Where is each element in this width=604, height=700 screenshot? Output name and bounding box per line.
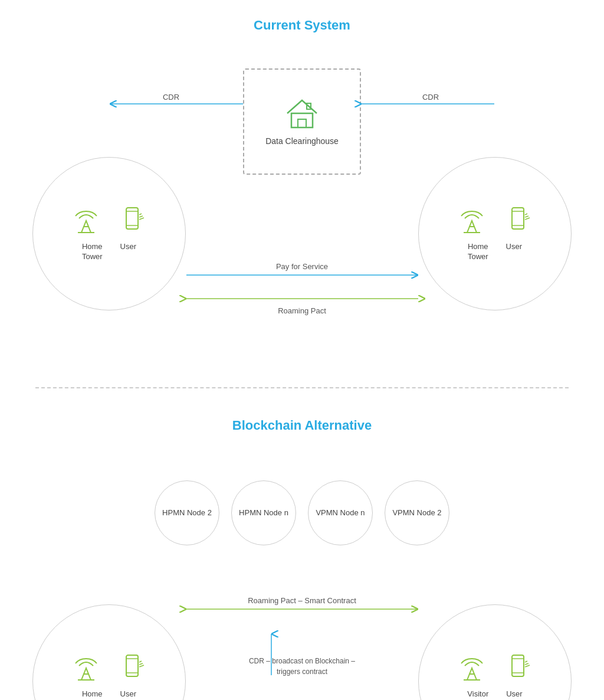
right-circle-labels: HomeTower User [468,242,522,262]
clearinghouse-label: Data Clearinghouse [265,136,339,148]
svg-line-13 [139,214,142,215]
current-system-title: Current System [0,18,604,33]
blockchain-title: Blockchain Alternative [0,418,604,433]
right-tower-label: HomeTower [468,242,488,262]
bc-tower-icon-left [72,653,100,683]
section-divider [35,387,569,388]
svg-line-14 [139,216,143,217]
cdr-left-label: CDR [163,93,179,102]
bc-roaming-label: Roaming Pact – Smart Contract [248,596,356,605]
bc-right-labels: VisitorTower User [467,689,522,700]
bc-left-user-label: User [120,689,136,699]
right-circle-icons [458,205,532,236]
svg-line-15 [139,218,144,220]
svg-rect-4 [291,113,313,127]
node-vpmn2: VPMN Node 2 [385,480,449,545]
left-circle-icons [72,205,146,236]
bc-right-network-circle: VisitorTower User [418,604,572,700]
svg-line-44 [525,663,528,665]
blockchain-section: Blockchain Alternative Roaming Pac [0,400,604,700]
node-hpmnn: HPMN Node n [231,480,296,545]
clearinghouse-box: Data Clearinghouse [243,68,361,175]
svg-line-36 [139,665,144,667]
node-vpmnn: VPMN Node n [308,480,373,545]
house-icon [284,96,320,131]
bc-right-user-label: User [506,689,522,699]
bc-left-labels: HomeTower User [82,689,136,700]
nodes-row: HPMN Node 2 HPMN Node n VPMN Node n VPMN… [155,480,449,545]
svg-line-45 [525,665,530,667]
bc-phone-icon-right [504,653,532,683]
left-circle-labels: HomeTower User [82,242,136,262]
tower-icon-left [72,205,100,236]
svg-rect-5 [298,119,306,127]
bc-phone-icon-left [118,653,146,683]
bc-right-icons [458,653,532,683]
bc-cdr-label2: triggers contract [277,668,328,676]
roaming-pact-label: Roaming Pact [278,306,326,315]
svg-line-24 [525,218,530,220]
node-hpmn2: HPMN Node 2 [155,480,219,545]
current-system-diagram: CDR CDR Pay for Service Roaming Pact [0,51,604,358]
phone-icon-left [118,205,146,236]
cdr-right-label: CDR [422,93,439,102]
bc-left-icons [72,653,146,683]
svg-line-22 [525,214,527,215]
left-tower-label: HomeTower [82,242,103,262]
left-network-circle: HomeTower User [32,157,186,310]
blockchain-diagram: Roaming Pact – Smart Contract CDR – broa… [0,451,604,700]
left-user-label: User [120,242,136,252]
right-network-circle: HomeTower User [418,157,572,310]
bc-left-network-circle: HomeTower User [32,604,186,700]
right-user-label: User [506,242,522,252]
bc-left-tower-label: HomeTower [82,689,103,700]
current-system-section: Current System CDR CDR Pay for Service R… [0,0,604,375]
bc-right-tower-label: VisitorTower [467,689,488,700]
bc-cdr-label: CDR – broadcast on Blockchain – [249,657,355,665]
svg-line-35 [139,663,143,665]
svg-line-23 [525,216,528,217]
svg-line-43 [525,661,527,662]
bc-tower-icon-right [458,653,486,683]
pay-service-label: Pay for Service [276,262,328,271]
phone-icon-right [504,205,532,236]
svg-line-34 [139,661,142,662]
tower-icon-right [458,205,486,236]
